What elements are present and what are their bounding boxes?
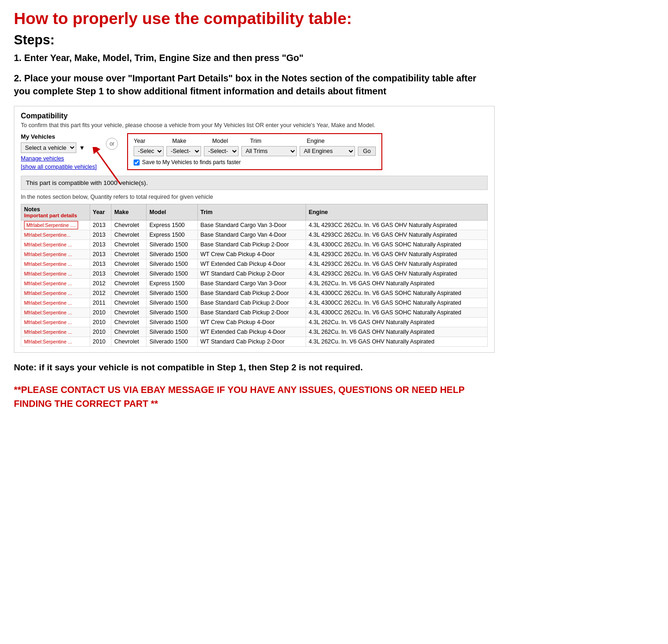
- make-cell: Chevrolet: [111, 250, 147, 259]
- year-cell: 2010: [90, 318, 111, 327]
- engine-cell: 4.3L 4293CC 262Cu. In. V6 GAS OHV Natura…: [306, 259, 487, 269]
- table-row: Mfrlabel:Serpentine ... 2011 Chevrolet S…: [21, 298, 488, 308]
- engine-select[interactable]: All Engines: [300, 146, 355, 156]
- trim-cell: Base Standard Cab Pickup 2-Door: [197, 240, 306, 250]
- engine-cell: 4.3L 4293CC 262Cu. In. V6 GAS OHV Natura…: [306, 250, 487, 259]
- make-cell: Chevrolet: [111, 259, 147, 269]
- trim-cell: WT Crew Cab Pickup 4-Door: [197, 318, 306, 327]
- year-cell: 2013: [90, 250, 111, 259]
- table-row: Mfrlabel:Serpentine ... 2010 Chevrolet S…: [21, 318, 488, 327]
- trim-select[interactable]: All Trims: [241, 146, 297, 156]
- engine-cell: 4.3L 4300CC 262Cu. In. V6 GAS SOHC Natur…: [306, 298, 487, 308]
- save-checkbox-row: Save to My Vehicles to finds parts faste…: [134, 159, 376, 166]
- table-row: Mfrlabel:Serpentine ... 2013 Chevrolet S…: [21, 240, 488, 250]
- trim-cell: WT Standard Cab Pickup 2-Door: [197, 269, 306, 279]
- engine-cell: 4.3L 4300CC 262Cu. In. V6 GAS SOHC Natur…: [306, 308, 487, 318]
- notes-cell: Mfrlabel:Serpentine ...: [21, 240, 90, 250]
- model-cell: Silverado 1500: [147, 298, 197, 308]
- engine-cell: 4.3L 262Cu. In. V6 GAS OHV Naturally Asp…: [306, 318, 487, 327]
- trim-cell: WT Extended Cab Pickup 4-Door: [197, 327, 306, 337]
- table-row: Mfrlabel:Serpentine ... 2010 Chevrolet S…: [21, 308, 488, 318]
- year-cell: 2013: [90, 221, 111, 230]
- contact-text: **PLEASE CONTACT US VIA EBAY MESSAGE IF …: [14, 383, 495, 411]
- trim-cell: WT Standard Cab Pickup 2-Door: [197, 337, 306, 347]
- trim-cell: Base Standard Cab Pickup 2-Door: [197, 288, 306, 298]
- make-cell: Chevrolet: [111, 230, 147, 240]
- trim-cell: WT Extended Cab Pickup 4-Door: [197, 259, 306, 269]
- compat-description: To confirm that this part fits your vehi…: [21, 122, 488, 129]
- engine-cell: 4.3L 4300CC 262Cu. In. V6 GAS SOHC Natur…: [306, 240, 487, 250]
- table-row: Mfrlabel:Serpentine... 2013 Chevrolet Ex…: [21, 230, 488, 240]
- make-select[interactable]: -Select-: [166, 146, 201, 156]
- note-text: Note: if it says your vehicle is not com…: [14, 361, 495, 374]
- engine-header: Engine: [306, 204, 487, 221]
- year-cell: 2012: [90, 279, 111, 288]
- compat-top-row: My Vehicles Select a vehicle ▼ Manage ve…: [21, 133, 488, 170]
- trim-cell: Base Standard Cab Pickup 2-Door: [197, 298, 306, 308]
- trim-cell: Base Standard Cargo Van 3-Door: [197, 279, 306, 288]
- trim-cell: Base Standard Cargo Van 4-Door: [197, 230, 306, 240]
- model-cell: Silverado 1500: [147, 308, 197, 318]
- notes-cell: Mfrlabel:Serpentine ...: [21, 279, 90, 288]
- make-label: Make: [172, 138, 186, 144]
- make-cell: Chevrolet: [111, 269, 147, 279]
- make-cell: Chevrolet: [111, 221, 147, 230]
- save-label: Save to My Vehicles to finds parts faste…: [142, 159, 240, 166]
- year-header: Year: [90, 204, 111, 221]
- compatibility-table: Notes Important part details Year Make M…: [21, 204, 488, 347]
- notes-cell: Mfrlabel:Serpentine ...: [21, 327, 90, 337]
- svg-line-1: [97, 152, 120, 184]
- notes-cell: Mfrlabel:Serpentine...: [21, 230, 90, 240]
- model-cell: Silverado 1500: [147, 327, 197, 337]
- year-cell: 2013: [90, 259, 111, 269]
- show-all-link[interactable]: [show all compatible vehicles]: [21, 164, 97, 170]
- notes-cell: Mfrlabel:Serpentine ...: [21, 318, 90, 327]
- make-cell: Chevrolet: [111, 279, 147, 288]
- model-cell: Silverado 1500: [147, 269, 197, 279]
- year-cell: 2010: [90, 308, 111, 318]
- manage-vehicles-link[interactable]: Manage vehicles: [21, 155, 97, 162]
- year-cell: 2013: [90, 230, 111, 240]
- select-vehicle-row: Select a vehicle ▼: [21, 142, 97, 153]
- year-make-section: Year Make Model Trim Engine -Select- -Se…: [127, 133, 382, 170]
- year-cell: 2013: [90, 240, 111, 250]
- engine-cell: 4.3L 4293CC 262Cu. In. V6 GAS OHV Natura…: [306, 221, 487, 230]
- table-row: Mfrlabel:Serpentine ... 2013 Chevrolet S…: [21, 250, 488, 259]
- notes-cell: Mfrlabel:Serpentine ....: [21, 221, 90, 230]
- trim-cell: WT Crew Cab Pickup 4-Door: [197, 250, 306, 259]
- make-header: Make: [111, 204, 147, 221]
- important-part-details-label: Important part details: [24, 213, 87, 218]
- my-vehicles-label: My Vehicles: [21, 133, 97, 140]
- notes-cell: Mfrlabel:Serpentine ...: [21, 250, 90, 259]
- select-vehicle-dropdown[interactable]: Select a vehicle: [21, 142, 76, 153]
- notes-header: Notes Important part details: [21, 204, 90, 221]
- notes-cell: Mfrlabel:Serpentine ...: [21, 269, 90, 279]
- my-vehicles-section: My Vehicles Select a vehicle ▼ Manage ve…: [21, 133, 97, 170]
- trim-label: Trim: [250, 138, 261, 144]
- table-header-row: Notes Important part details Year Make M…: [21, 204, 488, 221]
- make-cell: Chevrolet: [111, 337, 147, 347]
- arrow-icon: [92, 147, 148, 189]
- go-button[interactable]: Go: [358, 147, 376, 156]
- notes-cell: Mfrlabel:Serpentine ...: [21, 298, 90, 308]
- engine-cell: 4.3L 262Cu. In. V6 GAS OHV Naturally Asp…: [306, 279, 487, 288]
- notes-cell: Mfrlabel:Serpentine ...: [21, 259, 90, 269]
- table-row: Mfrlabel:Serpentine ... 2013 Chevrolet S…: [21, 269, 488, 279]
- make-cell: Chevrolet: [111, 327, 147, 337]
- compatibility-box: Compatibility To confirm that this part …: [14, 106, 495, 353]
- trim-cell: Base Standard Cargo Van 3-Door: [197, 221, 306, 230]
- make-cell: Chevrolet: [111, 288, 147, 298]
- table-row: Mfrlabel:Serpentine ... 2013 Chevrolet S…: [21, 259, 488, 269]
- model-cell: Express 1500: [147, 279, 197, 288]
- model-cell: Silverado 1500: [147, 250, 197, 259]
- engine-cell: 4.3L 4293CC 262Cu. In. V6 GAS OHV Natura…: [306, 269, 487, 279]
- model-cell: Silverado 1500: [147, 259, 197, 269]
- engine-cell: 4.3L 262Cu. In. V6 GAS OHV Naturally Asp…: [306, 327, 487, 337]
- year-label: Year: [134, 138, 145, 144]
- model-cell: Silverado 1500: [147, 240, 197, 250]
- model-header: Model: [147, 204, 197, 221]
- notes-cell: Mfrlabel:Serpentine ...: [21, 308, 90, 318]
- year-cell: 2013: [90, 269, 111, 279]
- model-select[interactable]: -Select-: [204, 146, 239, 156]
- notes-cell: Mfrlabel:Serpentine ...: [21, 337, 90, 347]
